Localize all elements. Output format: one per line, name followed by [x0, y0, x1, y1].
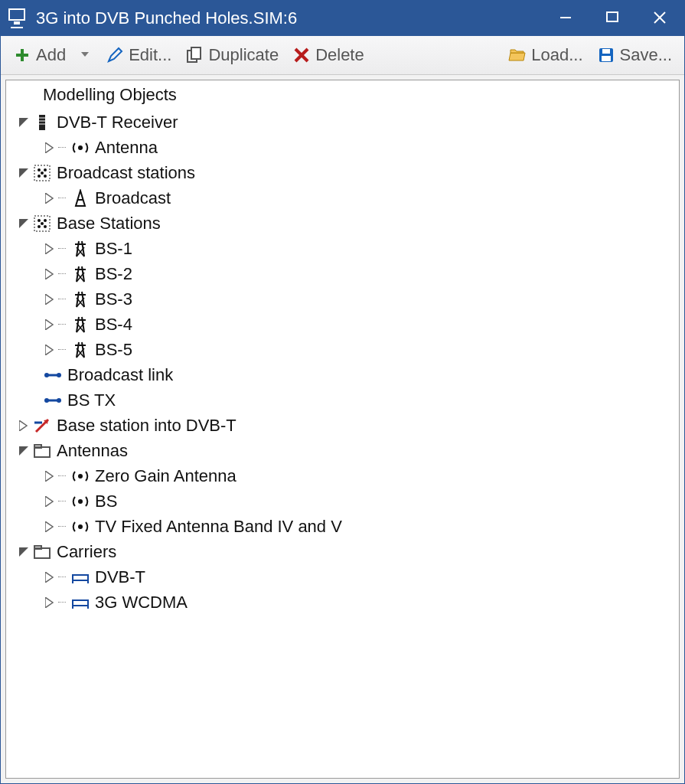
tree-item-base-stations[interactable]: Base Stations — [6, 211, 679, 236]
expander-closed-icon[interactable] — [43, 343, 57, 357]
tree-item-carriers[interactable]: Carriers — [6, 539, 679, 564]
expander-open-icon[interactable] — [17, 444, 31, 458]
expander-open-icon[interactable] — [17, 166, 31, 180]
tree-label: BS-1 — [95, 239, 132, 259]
expander-open-icon[interactable] — [17, 545, 31, 559]
tree-branch — [58, 135, 69, 160]
tree-label: Zero Gain Antenna — [95, 466, 236, 486]
tree-item-bs5[interactable]: BS-5 — [6, 337, 679, 362]
plus-icon — [13, 46, 31, 64]
tree-label: Carriers — [57, 542, 116, 562]
tree-label: DVB-T — [95, 567, 145, 587]
close-button[interactable] — [637, 1, 684, 36]
tree-label: 3G WCDMA — [95, 593, 188, 612]
duplicate-button[interactable]: Duplicate — [181, 42, 283, 68]
tree-branch — [58, 590, 69, 615]
tree-label: Broadcast stations — [57, 163, 195, 183]
tree-label: TV Fixed Antenna Band IV and V — [95, 517, 342, 537]
delete-label: Delete — [315, 45, 364, 65]
minimize-button[interactable] — [542, 1, 589, 36]
tree-item-bs-into-dvbt[interactable]: Base station into DVB-T — [6, 413, 679, 438]
expander-closed-icon[interactable] — [43, 191, 57, 205]
expander-closed-icon[interactable] — [43, 520, 57, 534]
tree-item-broadcast-link[interactable]: Broadcast link — [6, 362, 679, 387]
tree-label: Base Stations — [57, 214, 161, 234]
tree-item-dvbt-receiver[interactable]: DVB-T Receiver — [6, 109, 679, 135]
tree-item-antenna[interactable]: Antenna — [6, 135, 679, 160]
add-dropdown[interactable] — [75, 43, 96, 67]
save-icon — [597, 46, 615, 64]
add-button[interactable]: Add — [8, 42, 70, 68]
tree-item-bs3[interactable]: BS-3 — [6, 286, 679, 312]
tree-branch — [58, 463, 69, 488]
x-icon — [292, 46, 311, 64]
tree-branch — [58, 236, 69, 261]
antenna-signal-icon — [70, 466, 90, 486]
lattice-tower-icon — [70, 289, 90, 309]
expander-closed-icon[interactable] — [17, 419, 31, 433]
carrier-icon — [70, 567, 90, 587]
edit-label: Edit... — [129, 45, 171, 65]
tree-panel[interactable]: Modelling Objects DVB-T Receiver Antenna… — [5, 80, 680, 779]
tree-label: BS-2 — [95, 264, 132, 284]
pencil-icon — [106, 46, 124, 64]
expander-closed-icon[interactable] — [43, 596, 57, 609]
tree-branch — [58, 185, 69, 211]
tree-label: DVB-T Receiver — [57, 113, 178, 132]
window: 3G into DVB Punched Holes.SIM:6 Add Edit… — [0, 0, 685, 784]
lattice-tower-icon — [70, 315, 90, 335]
tree-item-bs1[interactable]: BS-1 — [6, 236, 679, 261]
expander-open-icon[interactable] — [17, 116, 31, 129]
duplicate-icon — [185, 46, 204, 64]
tree-header: Modelling Objects — [6, 83, 679, 109]
expander-closed-icon[interactable] — [43, 469, 57, 483]
dots-box-icon — [32, 214, 52, 234]
folder-icon — [32, 542, 52, 562]
antenna-signal-icon — [70, 492, 90, 511]
tree-item-broadcast[interactable]: Broadcast — [6, 185, 679, 211]
toolbar: Add Edit... Duplicate Delete Load... Sav… — [1, 36, 684, 75]
delete-button[interactable]: Delete — [288, 42, 369, 68]
tree-item-zero-gain-antenna[interactable]: Zero Gain Antenna — [6, 463, 679, 488]
tree-item-carrier-3g[interactable]: 3G WCDMA — [6, 590, 679, 615]
tree-label: Antenna — [95, 138, 158, 158]
tree-label: BS-4 — [95, 315, 132, 335]
lattice-tower-icon — [70, 340, 90, 360]
tree-item-tv-fixed-antenna[interactable]: TV Fixed Antenna Band IV and V — [6, 514, 679, 539]
tree-branch — [58, 564, 69, 590]
expander-closed-icon[interactable] — [43, 318, 57, 332]
content-area: Modelling Objects DVB-T Receiver Antenna… — [1, 75, 684, 783]
tree-label: BS TX — [67, 390, 116, 410]
antenna-signal-icon — [70, 138, 90, 158]
lattice-tower-icon — [70, 239, 90, 259]
load-button[interactable]: Load... — [504, 42, 587, 68]
tree-item-antennas[interactable]: Antennas — [6, 438, 679, 463]
expander-closed-icon[interactable] — [43, 292, 57, 306]
tree-item-bs2[interactable]: BS-2 — [6, 261, 679, 286]
tree-label: Broadcast link — [67, 365, 173, 385]
expander-closed-icon[interactable] — [43, 267, 57, 281]
tree-label: Antennas — [57, 441, 128, 461]
tree-item-bs-tx[interactable]: BS TX — [6, 387, 679, 413]
maximize-button[interactable] — [589, 1, 637, 36]
window-title: 3G into DVB Punched Holes.SIM:6 — [36, 8, 297, 28]
expander-closed-icon[interactable] — [43, 570, 57, 584]
tree-item-bs4[interactable]: BS-4 — [6, 312, 679, 337]
tree-label: BS — [95, 492, 117, 511]
titlebar[interactable]: 3G into DVB Punched Holes.SIM:6 — [1, 1, 684, 36]
save-button[interactable]: Save... — [592, 42, 677, 68]
expander-open-icon[interactable] — [17, 217, 31, 230]
edit-button[interactable]: Edit... — [101, 42, 176, 68]
expander-closed-icon[interactable] — [43, 242, 57, 256]
tree-item-carrier-dvbt[interactable]: DVB-T — [6, 564, 679, 590]
link-icon — [43, 365, 63, 385]
folder-open-icon — [508, 46, 527, 64]
expander-closed-icon[interactable] — [43, 141, 57, 155]
link-icon — [43, 390, 63, 410]
expander-closed-icon[interactable] — [43, 495, 57, 508]
tree-item-broadcast-stations[interactable]: Broadcast stations — [6, 160, 679, 185]
tree-branch — [58, 286, 69, 312]
tree-item-bs-antenna[interactable]: BS — [6, 488, 679, 514]
tree-label: BS-5 — [95, 340, 132, 360]
lattice-tower-icon — [70, 264, 90, 284]
